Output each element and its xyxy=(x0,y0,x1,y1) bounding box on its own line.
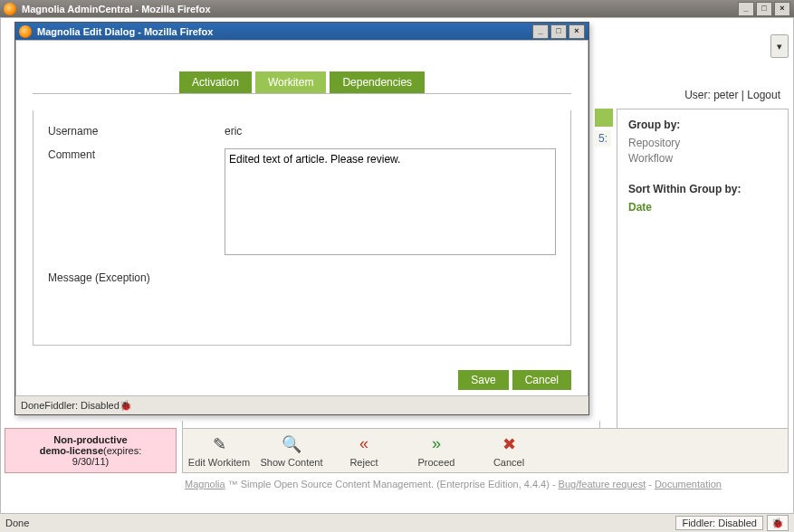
firefox-icon xyxy=(19,25,32,38)
bug-link[interactable]: Bug/feature request xyxy=(559,479,646,489)
main-bug-icon[interactable]: 🐞 xyxy=(767,515,789,531)
comment-textarea[interactable] xyxy=(225,148,556,255)
tab-dropdown-icon[interactable]: ▾ xyxy=(770,34,789,58)
group-by-title: Group by: xyxy=(628,119,777,131)
sort-title: Sort Within Group by: xyxy=(628,183,777,195)
minimize-button[interactable]: _ xyxy=(738,2,754,16)
main-title: Magnolia AdminCentral - Mozilla Firefox xyxy=(22,4,738,14)
sort-value[interactable]: Date xyxy=(628,201,777,214)
footer-sep: - xyxy=(648,479,652,489)
dialog-buttons: Save Cancel xyxy=(458,370,571,390)
tab-workitem[interactable]: Workitem xyxy=(255,71,326,93)
proceed-icon: » xyxy=(426,434,446,454)
reject-icon: « xyxy=(354,434,374,454)
license-line2: demo-license xyxy=(40,445,103,456)
main-statusbar: Done Fiddler: Disabled 🐞 xyxy=(0,513,794,532)
dialog-bug-icon[interactable]: 🐞 xyxy=(120,400,132,412)
show-content-button[interactable]: 🔍 Show Content xyxy=(255,434,328,468)
main-fiddler-status[interactable]: Fiddler: Disabled xyxy=(675,516,763,530)
tab-separator xyxy=(33,93,571,94)
logout-link[interactable]: Logout xyxy=(747,89,780,101)
username-value: eric xyxy=(225,125,556,138)
time-fragment: 5: xyxy=(595,130,611,147)
group-item-repository[interactable]: Repository xyxy=(628,137,777,149)
firefox-icon xyxy=(4,3,16,15)
dialog-close-button[interactable]: × xyxy=(569,24,585,39)
dialog-minimize-button[interactable]: _ xyxy=(532,24,549,39)
tab-dependencies[interactable]: Dependencies xyxy=(330,71,425,93)
tab-activation[interactable]: Activation xyxy=(179,71,252,93)
form-area: Username eric Comment Message (Exception… xyxy=(33,110,571,346)
main-status-done: Done xyxy=(5,518,29,528)
magnifier-icon: 🔍 xyxy=(282,434,301,454)
edit-workitem-button[interactable]: ✎ Edit Workitem xyxy=(183,434,255,468)
user-prefix: User: xyxy=(684,89,713,101)
maximize-button[interactable]: □ xyxy=(756,2,772,16)
documentation-link[interactable]: Documentation xyxy=(655,479,722,489)
dialog-body: Activation Workitem Dependencies Usernam… xyxy=(15,40,588,396)
background-tab-fragment xyxy=(595,109,613,127)
comment-label: Comment xyxy=(48,148,225,255)
save-button[interactable]: Save xyxy=(458,370,508,390)
main-titlebar: Magnolia AdminCentral - Mozilla Firefox … xyxy=(0,0,794,17)
footer: Magnolia ™ Simple Open Source Content Ma… xyxy=(182,475,789,493)
group-item-workflow[interactable]: Workflow xyxy=(628,152,777,165)
show-content-label: Show Content xyxy=(255,457,328,468)
footer-text: ™ Simple Open Source Content Management.… xyxy=(228,479,556,489)
user-name: peter xyxy=(713,89,738,101)
action-toolbar: ✎ Edit Workitem 🔍 Show Content « Reject … xyxy=(182,428,789,473)
group-sort-panel: Group by: Repository Workflow Sort Withi… xyxy=(617,109,789,443)
license-expires-label: (expires: xyxy=(103,445,141,456)
proceed-label: Proceed xyxy=(400,457,473,468)
cancel-action-button[interactable]: ✖ Cancel xyxy=(473,434,545,468)
dialog-tabs: Activation Workitem Dependencies xyxy=(16,71,588,93)
proceed-button[interactable]: » Proceed xyxy=(400,434,473,468)
dialog-fiddler-status[interactable]: Fiddler: Disabled xyxy=(44,400,120,411)
username-label: Username xyxy=(48,125,225,138)
edit-workitem-label: Edit Workitem xyxy=(183,457,255,468)
reject-label: Reject xyxy=(328,457,400,468)
license-line1: Non-productive xyxy=(53,434,127,445)
main-window: Magnolia AdminCentral - Mozilla Firefox … xyxy=(0,0,794,532)
message-label: Message (Exception) xyxy=(48,271,225,284)
dialog-status-done: Done xyxy=(21,400,44,411)
close-button[interactable]: × xyxy=(774,2,790,16)
user-line: User: peter | Logout xyxy=(684,89,780,101)
dialog-maximize-button[interactable]: □ xyxy=(550,24,567,39)
message-value xyxy=(225,271,556,284)
cancel-action-label: Cancel xyxy=(473,457,545,468)
edit-icon: ✎ xyxy=(209,434,229,454)
license-expires-date: 9/30/11) xyxy=(72,456,109,467)
user-sep: | xyxy=(739,89,748,101)
dialog-title: Magnolia Edit Dialog - Mozilla Firefox xyxy=(37,26,532,37)
reject-button[interactable]: « Reject xyxy=(328,434,400,468)
cancel-button[interactable]: Cancel xyxy=(512,370,571,390)
dialog-titlebar: Magnolia Edit Dialog - Mozilla Firefox _… xyxy=(15,23,588,40)
dialog-statusbar: Done Fiddler: Disabled 🐞 xyxy=(15,395,588,414)
magnolia-link[interactable]: Magnolia xyxy=(185,479,225,489)
cancel-icon: ✖ xyxy=(499,434,519,454)
edit-dialog-window: Magnolia Edit Dialog - Mozilla Firefox _… xyxy=(14,22,589,415)
license-box: Non-productive demo-license(expires: 9/3… xyxy=(5,428,177,473)
